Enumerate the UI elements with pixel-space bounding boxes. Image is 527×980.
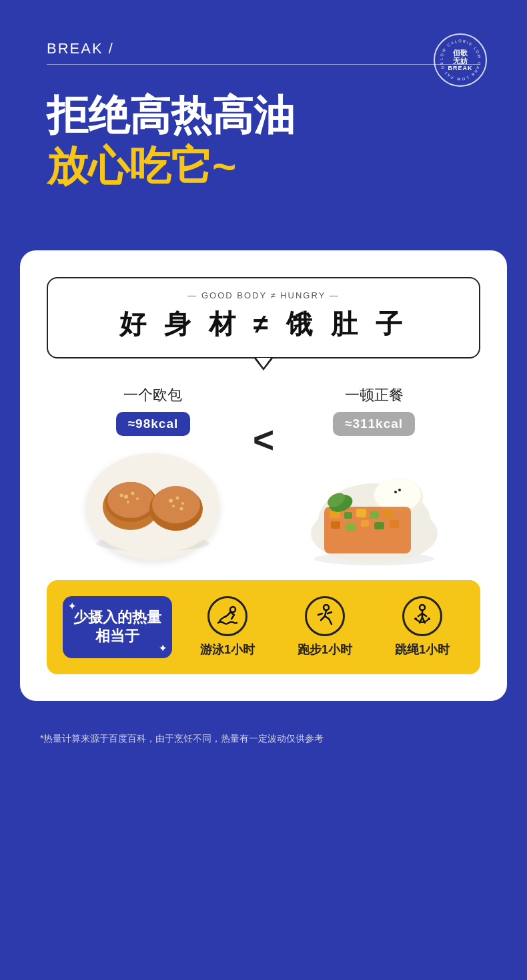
svg-point-12 bbox=[152, 486, 200, 523]
food-right-label: 一顿正餐 bbox=[345, 385, 404, 405]
food-right: 一顿正餐 ≈311kcal bbox=[281, 385, 467, 567]
tagline-en: — GOOD BODY ≠ HUNGRY — bbox=[61, 290, 466, 300]
svg-point-17 bbox=[180, 507, 183, 510]
footnote-text: *热量计算来源于百度百科，由于烹饪不同，热量有一定波动仅供参考 bbox=[40, 731, 487, 746]
food-left: 一个欧包 ≈98kcal bbox=[60, 385, 246, 567]
equivalent-line2: 相当于 bbox=[73, 627, 161, 646]
svg-rect-31 bbox=[331, 521, 340, 529]
svg-rect-35 bbox=[390, 520, 399, 528]
star-tl: ✦ bbox=[68, 600, 76, 612]
food-left-label: 一个欧包 bbox=[123, 385, 182, 405]
svg-rect-29 bbox=[370, 511, 379, 519]
hero-title-line2: 放心吃它~ bbox=[47, 142, 480, 190]
food-right-kcal: ≈311kcal bbox=[333, 412, 415, 436]
break-label: BREAK / bbox=[47, 40, 480, 57]
activity-banner: ✦ 少摄入的热量 相当于 ✦ 游泳1小时 bbox=[47, 580, 480, 674]
svg-point-23 bbox=[394, 491, 397, 493]
svg-point-5 bbox=[107, 482, 154, 518]
equivalent-line1: 少摄入的热量 bbox=[73, 608, 161, 628]
svg-point-16 bbox=[172, 505, 175, 507]
svg-rect-30 bbox=[383, 510, 394, 518]
food-left-kcal: ≈98kcal bbox=[116, 412, 191, 436]
divider bbox=[47, 64, 480, 65]
star-br: ✦ bbox=[159, 642, 167, 654]
meal-image bbox=[298, 447, 451, 567]
svg-point-13 bbox=[169, 499, 173, 503]
swim-icon bbox=[207, 596, 247, 636]
comparison-row: 一个欧包 ≈98kcal bbox=[47, 379, 480, 573]
svg-point-38 bbox=[230, 607, 235, 612]
tagline-zh: 好 身 材 ≠ 饿 肚 子 bbox=[61, 306, 466, 342]
svg-rect-28 bbox=[356, 509, 366, 517]
bread-image bbox=[76, 447, 229, 567]
top-section: LOW CALORIE LOW CARB LOW FAT DESSERT LOW… bbox=[0, 0, 527, 250]
equivalent-box: ✦ 少摄入的热量 相当于 ✦ bbox=[63, 596, 172, 658]
tagline-box: — GOOD BODY ≠ HUNGRY — 好 身 材 ≠ 饿 肚 子 bbox=[47, 277, 480, 358]
svg-point-24 bbox=[398, 489, 401, 491]
svg-point-22 bbox=[374, 478, 421, 511]
svg-point-6 bbox=[124, 495, 128, 499]
arrow-down-inner bbox=[256, 358, 271, 368]
svg-rect-27 bbox=[344, 512, 352, 519]
svg-point-7 bbox=[131, 491, 135, 495]
jump-label: 跳绳1小时 bbox=[395, 642, 450, 658]
brand-center: 但歌 无妨 BREAK bbox=[448, 49, 472, 71]
jump-icon bbox=[402, 596, 442, 636]
main-card: — GOOD BODY ≠ HUNGRY — 好 身 材 ≠ 饿 肚 子 一个欧… bbox=[20, 250, 507, 701]
activity-swim: 游泳1小时 bbox=[200, 596, 255, 658]
svg-point-9 bbox=[127, 501, 129, 503]
svg-point-14 bbox=[176, 496, 179, 499]
svg-point-8 bbox=[136, 497, 139, 500]
activities-list: 游泳1小时 跑步1小时 bbox=[185, 596, 464, 658]
swim-label: 游泳1小时 bbox=[200, 642, 255, 658]
svg-point-10 bbox=[120, 493, 123, 497]
svg-rect-33 bbox=[361, 520, 369, 527]
activity-jump: 跳绳1小时 bbox=[395, 596, 450, 658]
less-than-sign: < bbox=[253, 385, 274, 461]
run-label: 跑步1小时 bbox=[298, 642, 352, 658]
svg-point-46 bbox=[414, 618, 417, 620]
svg-point-15 bbox=[181, 502, 184, 505]
run-icon bbox=[305, 596, 345, 636]
svg-rect-32 bbox=[346, 523, 356, 531]
svg-rect-34 bbox=[374, 522, 384, 529]
brand-badge: LOW CALORIE LOW CARB LOW FAT DESSERT LOW… bbox=[434, 33, 487, 87]
footnote-section: *热量计算来源于百度百科，由于烹饪不同，热量有一定波动仅供参考 bbox=[20, 721, 507, 759]
hero-title-line1: 拒绝高热高油 bbox=[47, 91, 480, 139]
activity-run: 跑步1小时 bbox=[298, 596, 352, 658]
svg-point-47 bbox=[428, 618, 430, 620]
